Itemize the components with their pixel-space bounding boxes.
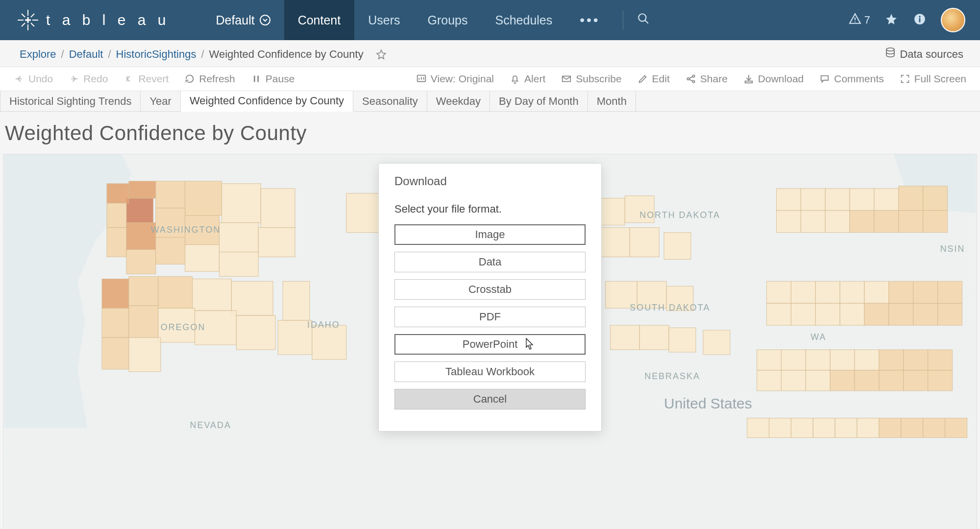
svg-rect-13 — [107, 184, 129, 203]
download-option-tableau-workbook[interactable]: Tableau Workbook — [394, 361, 586, 382]
svg-rect-41 — [129, 337, 161, 372]
svg-rect-72 — [899, 211, 923, 233]
svg-rect-61 — [801, 189, 825, 211]
svg-rect-96 — [904, 350, 928, 370]
svg-rect-39 — [236, 315, 275, 350]
nav-more[interactable]: ••• — [566, 0, 613, 40]
label-south-dakota: SOUTH DAKOTA — [630, 303, 710, 313]
nav-users[interactable]: Users — [354, 0, 414, 40]
svg-rect-115 — [945, 418, 967, 438]
svg-rect-57 — [639, 325, 669, 350]
redo-label: Redo — [83, 73, 108, 85]
crumb-explore[interactable]: Explore — [20, 48, 56, 61]
tab-month[interactable]: Month — [588, 91, 636, 111]
svg-rect-70 — [850, 211, 874, 233]
svg-rect-113 — [901, 418, 923, 438]
svg-rect-109 — [813, 418, 835, 438]
alert-button[interactable]: Alert — [503, 67, 552, 91]
label-nebraska: NEBRASKA — [644, 371, 700, 381]
view-button[interactable]: View: Original — [409, 67, 501, 91]
cancel-label: Cancel — [473, 393, 507, 405]
nav-groups[interactable]: Groups — [414, 0, 482, 40]
download-option-pdf[interactable]: PDF — [394, 307, 586, 327]
data-sources-label: Data sources — [900, 48, 963, 61]
subscribe-button[interactable]: Subscribe — [554, 67, 628, 91]
map-viz[interactable]: WASHINGTON OREGON IDAHO NEVADA — [3, 154, 977, 529]
revert-label: Revert — [138, 73, 169, 85]
download-option-data[interactable]: Data — [394, 252, 586, 272]
download-option-image[interactable]: Image — [394, 224, 586, 245]
svg-rect-63 — [850, 189, 874, 211]
tab-weekday[interactable]: Weekday — [427, 91, 490, 111]
svg-rect-75 — [791, 281, 815, 303]
download-button[interactable]: Download — [736, 67, 810, 91]
nav-info[interactable] — [912, 13, 927, 27]
option-label: PowerPoint — [463, 338, 518, 350]
redo-button[interactable]: Redo — [62, 67, 115, 91]
download-dialog: Download Select your file format. Image … — [378, 163, 602, 432]
avatar[interactable] — [941, 8, 965, 32]
nav-schedules[interactable]: Schedules — [482, 0, 566, 40]
edit-button[interactable]: Edit — [631, 67, 677, 91]
refresh-button[interactable]: Refresh — [177, 67, 242, 91]
site-picker[interactable]: Default — [186, 0, 284, 40]
svg-rect-100 — [806, 370, 830, 391]
svg-rect-27 — [156, 238, 185, 264]
tab-label: Historical Sighting Trends — [9, 95, 131, 108]
crumb-historicsightings[interactable]: HistoricSightings — [116, 48, 196, 61]
fullscreen-icon — [900, 73, 910, 84]
nav-alerts[interactable]: 7 — [849, 12, 870, 28]
undo-label: Undo — [28, 73, 53, 85]
tab-historical-sighting-trends[interactable]: Historical Sighting Trends — [0, 91, 141, 111]
tab-label: Month — [597, 95, 627, 108]
nav-content[interactable]: Content — [284, 0, 355, 40]
svg-rect-102 — [855, 370, 879, 391]
svg-rect-40 — [102, 337, 129, 369]
tab-by-day-of-month[interactable]: By Day of Month — [490, 91, 588, 111]
data-sources-link[interactable]: Data sources — [885, 47, 963, 62]
dialog-title: Download — [394, 174, 586, 188]
svg-rect-14 — [129, 181, 156, 198]
download-option-powerpoint[interactable]: PowerPoint — [394, 334, 586, 355]
nav-favorites[interactable] — [884, 13, 899, 27]
tab-seasonality[interactable]: Seasonality — [353, 91, 427, 111]
svg-rect-34 — [231, 281, 273, 315]
crumb-default[interactable]: Default — [69, 48, 103, 61]
favorite-star-icon[interactable] — [375, 48, 387, 60]
nav-label: Users — [368, 13, 400, 27]
share-icon — [686, 73, 696, 84]
fullscreen-button[interactable]: Full Screen — [893, 67, 973, 91]
view-label: View: Original — [431, 73, 494, 85]
svg-rect-91 — [781, 350, 806, 370]
svg-rect-90 — [757, 350, 782, 370]
pause-button[interactable]: Pause — [244, 67, 302, 91]
pause-label: Pause — [266, 73, 295, 85]
svg-rect-103 — [879, 370, 904, 391]
nav-search[interactable] — [632, 0, 655, 40]
svg-rect-74 — [767, 281, 791, 303]
svg-rect-88 — [913, 303, 938, 325]
tab-year[interactable]: Year — [141, 91, 180, 111]
svg-rect-51 — [630, 228, 659, 257]
svg-rect-59 — [703, 330, 730, 355]
crumb-sep: / — [201, 48, 204, 61]
download-cancel-button[interactable]: Cancel — [394, 389, 586, 409]
share-button[interactable]: Share — [679, 67, 735, 91]
comments-label: Comments — [834, 73, 884, 85]
svg-rect-52 — [664, 233, 691, 260]
search-icon — [637, 12, 650, 28]
revert-button[interactable]: Revert — [117, 67, 175, 91]
tableau-logo[interactable]: t a b l e a u — [0, 9, 186, 31]
svg-rect-19 — [107, 203, 126, 228]
svg-rect-79 — [889, 281, 913, 303]
tab-label: Seasonality — [362, 95, 418, 108]
tab-weighted-confidence[interactable]: Weighted Confidence by County — [181, 91, 353, 112]
label-iowa-cut: WA — [810, 332, 826, 342]
fullscreen-label: Full Screen — [914, 73, 966, 85]
svg-rect-23 — [219, 223, 258, 252]
undo-button[interactable]: Undo — [7, 67, 60, 91]
svg-rect-32 — [158, 276, 193, 308]
download-option-crosstab[interactable]: Crosstab — [394, 279, 586, 300]
download-icon — [743, 73, 754, 84]
comments-button[interactable]: Comments — [812, 67, 891, 91]
